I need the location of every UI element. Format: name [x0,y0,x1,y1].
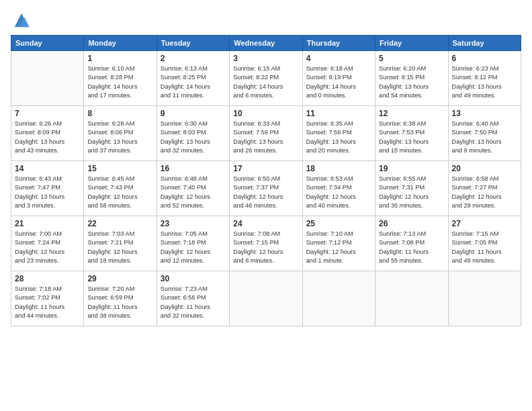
day-number: 28 [15,274,80,283]
calendar-table: SundayMondayTuesdayWednesdayThursdayFrid… [11,35,521,326]
day-number: 12 [379,109,444,118]
day-number: 2 [161,54,226,63]
day-number: 3 [233,54,298,63]
day-info: Sunrise: 7:05 AMSunset: 7:18 PMDaylight:… [161,230,226,265]
calendar-cell: 18Sunrise: 6:53 AMSunset: 7:34 PMDayligh… [302,161,375,216]
day-number: 6 [452,54,517,63]
calendar-cell: 1Sunrise: 6:10 AMSunset: 8:28 PMDaylight… [84,51,157,106]
day-info: Sunrise: 6:13 AMSunset: 8:25 PMDaylight:… [161,64,226,100]
calendar-cell [302,271,375,326]
calendar-cell: 16Sunrise: 6:48 AMSunset: 7:40 PMDayligh… [157,161,229,216]
week-row-1: 7Sunrise: 6:26 AMSunset: 8:09 PMDaylight… [11,106,521,161]
day-info: Sunrise: 6:43 AMSunset: 7:47 PMDaylight:… [15,175,80,210]
day-number: 17 [233,164,298,173]
day-number: 23 [161,219,226,228]
day-number: 9 [161,109,226,118]
day-number: 26 [379,219,444,228]
calendar-cell: 27Sunrise: 7:15 AMSunset: 7:05 PMDayligh… [448,216,521,271]
calendar-cell: 15Sunrise: 6:45 AMSunset: 7:43 PMDayligh… [84,161,157,216]
calendar-cell: 22Sunrise: 7:03 AMSunset: 7:21 PMDayligh… [84,216,157,271]
day-info: Sunrise: 7:03 AMSunset: 7:21 PMDaylight:… [87,230,152,265]
day-number: 5 [379,54,444,63]
header-monday: Monday [84,36,157,51]
day-info: Sunrise: 7:10 AMSunset: 7:12 PMDaylight:… [306,230,371,265]
day-info: Sunrise: 6:28 AMSunset: 8:06 PMDaylight:… [87,120,152,155]
day-number: 25 [306,219,371,228]
calendar-cell: 7Sunrise: 6:26 AMSunset: 8:09 PMDaylight… [11,106,84,161]
calendar-cell: 4Sunrise: 6:18 AMSunset: 8:19 PMDaylight… [302,51,375,106]
day-number: 20 [452,164,517,173]
day-info: Sunrise: 7:15 AMSunset: 7:05 PMDaylight:… [452,230,517,265]
header-thursday: Thursday [302,36,375,51]
calendar-cell: 13Sunrise: 6:40 AMSunset: 7:50 PMDayligh… [448,106,521,161]
logo-icon [12,11,31,30]
calendar-cell: 23Sunrise: 7:05 AMSunset: 7:18 PMDayligh… [157,216,229,271]
day-info: Sunrise: 6:20 AMSunset: 8:15 PMDaylight:… [379,64,444,100]
day-info: Sunrise: 6:23 AMSunset: 8:12 PMDaylight:… [452,64,517,100]
day-info: Sunrise: 6:35 AMSunset: 7:56 PMDaylight:… [306,120,371,155]
calendar-cell: 9Sunrise: 6:30 AMSunset: 8:03 PMDaylight… [157,106,229,161]
day-number: 19 [379,164,444,173]
day-info: Sunrise: 6:58 AMSunset: 7:27 PMDaylight:… [452,175,517,210]
calendar-cell: 6Sunrise: 6:23 AMSunset: 8:12 PMDaylight… [448,51,521,106]
day-info: Sunrise: 6:55 AMSunset: 7:31 PMDaylight:… [379,175,444,210]
header-sunday: Sunday [11,36,84,51]
day-info: Sunrise: 6:38 AMSunset: 7:53 PMDaylight:… [379,120,444,155]
day-number: 10 [233,109,298,118]
day-info: Sunrise: 6:48 AMSunset: 7:40 PMDaylight:… [161,175,226,210]
week-row-3: 21Sunrise: 7:00 AMSunset: 7:24 PMDayligh… [11,216,521,271]
day-info: Sunrise: 6:50 AMSunset: 7:37 PMDaylight:… [233,175,298,210]
calendar-cell: 11Sunrise: 6:35 AMSunset: 7:56 PMDayligh… [302,106,375,161]
day-number: 29 [87,274,152,283]
header-row: SundayMondayTuesdayWednesdayThursdayFrid… [11,36,521,51]
week-row-2: 14Sunrise: 6:43 AMSunset: 7:47 PMDayligh… [11,161,521,216]
day-info: Sunrise: 6:33 AMSunset: 7:59 PMDaylight:… [233,120,298,155]
header-friday: Friday [375,36,448,51]
week-row-0: 1Sunrise: 6:10 AMSunset: 8:28 PMDaylight… [11,51,521,106]
day-number: 21 [15,219,80,228]
calendar-cell: 8Sunrise: 6:28 AMSunset: 8:06 PMDaylight… [84,106,157,161]
day-number: 15 [87,164,152,173]
day-info: Sunrise: 7:00 AMSunset: 7:24 PMDaylight:… [15,230,80,265]
day-number: 4 [306,54,371,63]
day-info: Sunrise: 6:26 AMSunset: 8:09 PMDaylight:… [15,120,80,155]
day-info: Sunrise: 7:08 AMSunset: 7:15 PMDaylight:… [233,230,298,265]
day-info: Sunrise: 7:13 AMSunset: 7:08 PMDaylight:… [379,230,444,265]
logo [11,11,31,30]
calendar-cell: 29Sunrise: 7:20 AMSunset: 6:59 PMDayligh… [84,271,157,326]
day-info: Sunrise: 7:18 AMSunset: 7:02 PMDaylight:… [15,285,80,320]
calendar-cell: 24Sunrise: 7:08 AMSunset: 7:15 PMDayligh… [230,216,302,271]
day-number: 7 [15,109,80,118]
day-number: 14 [15,164,80,173]
day-number: 16 [161,164,226,173]
header-wednesday: Wednesday [230,36,302,51]
week-row-4: 28Sunrise: 7:18 AMSunset: 7:02 PMDayligh… [11,271,521,326]
calendar-cell: 10Sunrise: 6:33 AMSunset: 7:59 PMDayligh… [230,106,302,161]
day-number: 8 [87,109,152,118]
day-number: 27 [452,219,517,228]
day-info: Sunrise: 6:40 AMSunset: 7:50 PMDaylight:… [452,120,517,155]
day-number: 22 [87,219,152,228]
calendar-cell: 19Sunrise: 6:55 AMSunset: 7:31 PMDayligh… [375,161,448,216]
day-info: Sunrise: 6:15 AMSunset: 8:22 PMDaylight:… [233,64,298,100]
day-info: Sunrise: 6:53 AMSunset: 7:34 PMDaylight:… [306,175,371,210]
calendar-cell: 12Sunrise: 6:38 AMSunset: 7:53 PMDayligh… [375,106,448,161]
day-number: 18 [306,164,371,173]
calendar-cell: 3Sunrise: 6:15 AMSunset: 8:22 PMDaylight… [230,51,302,106]
day-info: Sunrise: 6:10 AMSunset: 8:28 PMDaylight:… [87,64,152,100]
calendar-cell [375,271,448,326]
day-number: 11 [306,109,371,118]
calendar-cell: 30Sunrise: 7:23 AMSunset: 6:56 PMDayligh… [157,271,229,326]
day-number: 30 [161,274,226,283]
header [11,8,521,30]
day-info: Sunrise: 7:23 AMSunset: 6:56 PMDaylight:… [161,285,226,320]
day-number: 1 [87,54,152,63]
calendar-cell [230,271,302,326]
day-info: Sunrise: 6:18 AMSunset: 8:19 PMDaylight:… [306,64,371,100]
header-tuesday: Tuesday [157,36,229,51]
calendar-cell: 5Sunrise: 6:20 AMSunset: 8:15 PMDaylight… [375,51,448,106]
page: SundayMondayTuesdayWednesdayThursdayFrid… [0,0,532,411]
calendar-cell: 17Sunrise: 6:50 AMSunset: 7:37 PMDayligh… [230,161,302,216]
calendar-cell: 25Sunrise: 7:10 AMSunset: 7:12 PMDayligh… [302,216,375,271]
day-number: 13 [452,109,517,118]
